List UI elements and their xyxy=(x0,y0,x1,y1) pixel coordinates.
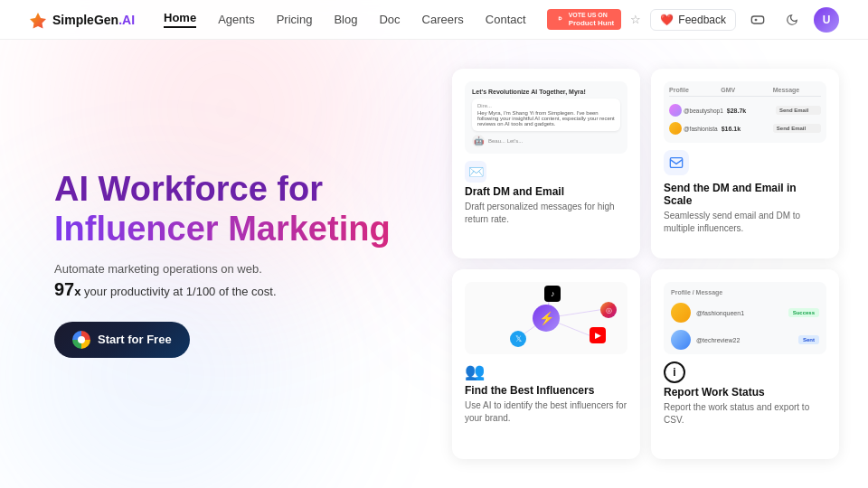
ph-text: VOTE US ON Product Hunt xyxy=(569,12,615,28)
card-influencers-desc: Use AI to identify the best influencers … xyxy=(465,399,627,425)
nav-right-actions: VOTE US ON Product Hunt ☆ ❤️ Feedback U xyxy=(547,7,839,33)
feedback-button[interactable]: ❤️ Feedback xyxy=(650,9,736,31)
email-table-row-1: @beautyshop1 $28.7k Send Email xyxy=(669,101,821,119)
nav-careers[interactable]: Careers xyxy=(422,13,464,26)
email-table-preview: Profile GMV Message @beautyshop1 $28.7k … xyxy=(664,81,826,143)
status-sent: Sent xyxy=(798,335,819,344)
svg-point-1 xyxy=(559,18,561,20)
nav-links: Home Agents Pricing Blog Doc Careers Con… xyxy=(164,11,547,28)
dm-card-icon: ✉️ xyxy=(465,161,486,183)
ph-logo-icon xyxy=(554,14,565,24)
hero-title: AI Workforce for Influencer Marketing xyxy=(54,170,416,249)
card-report-status: Profile / Message @fashionqueen1 Success… xyxy=(651,269,839,459)
svg-rect-2 xyxy=(751,16,763,23)
report-avatar-1 xyxy=(671,303,691,323)
influencer-avatar-1 xyxy=(669,104,682,117)
card-report-desc: Report the work status and export to CSV… xyxy=(664,401,826,427)
star-icon[interactable]: ☆ xyxy=(630,13,641,26)
svg-rect-3 xyxy=(670,158,682,168)
instagram-node: ◎ xyxy=(600,302,617,318)
nav-contact[interactable]: Contact xyxy=(486,13,526,26)
chrome-icon xyxy=(72,331,90,349)
influencer-avatar-2 xyxy=(669,122,682,135)
influencer-network-viz: ⚡ ♪ ◎ ▶ 𝕏 xyxy=(465,282,627,354)
tiktok-node: ♪ xyxy=(544,286,561,302)
report-preview: Profile / Message @fashionqueen1 Success… xyxy=(664,282,826,354)
metric-text: your productivity at 1/100 of the cost. xyxy=(80,285,276,298)
card-send-email: Profile GMV Message @beautyshop1 $28.7k … xyxy=(651,69,839,258)
email-table-header: Profile GMV Message xyxy=(669,87,821,97)
card-dm-title: Draft DM and Email xyxy=(465,185,627,198)
card-dm-desc: Draft personalized messages for high ret… xyxy=(465,201,627,226)
product-hunt-badge[interactable]: VOTE US ON Product Hunt xyxy=(547,9,622,31)
nav-agents[interactable]: Agents xyxy=(218,13,254,26)
dm-chat-title: Let's Revolutionize AI Together, Myra! xyxy=(472,89,620,95)
send-email-btn-2[interactable]: Send Email xyxy=(773,124,821,133)
influencer-card-icon: 👥 xyxy=(465,361,485,381)
moon-icon[interactable] xyxy=(779,7,805,33)
hero-title-line1: AI Workforce for xyxy=(54,170,416,210)
user-avatar[interactable]: U xyxy=(814,7,839,33)
card-find-influencers: ⚡ ♪ ◎ ▶ 𝕏 👥 Find the Best Influencers Us… xyxy=(452,269,640,459)
nav-doc[interactable]: Doc xyxy=(379,13,400,26)
report-avatar-2 xyxy=(671,330,691,350)
send-email-btn-1[interactable]: Send Email xyxy=(776,106,821,115)
ai-icon-small: 🤖 xyxy=(472,135,485,147)
metric-number: 97 xyxy=(54,279,74,299)
nav-pricing[interactable]: Pricing xyxy=(277,13,313,26)
main-content: AI Workforce for Influencer Marketing Au… xyxy=(0,40,868,488)
report-card-icon: i xyxy=(664,361,685,383)
card-report-title: Report Work Status xyxy=(664,386,826,399)
hero-metric: 97x your productivity at 1/100 of the co… xyxy=(54,279,416,300)
card-draft-dm: Let's Revolutionize AI Together, Myra! D… xyxy=(452,69,640,258)
feature-cards: Let's Revolutionize AI Together, Myra! D… xyxy=(434,40,868,488)
navbar: SimpleGen.AI Home Agents Pricing Blog Do… xyxy=(0,0,868,40)
email-table-row-2: @fashionista $16.1k Send Email xyxy=(669,119,821,137)
logo[interactable]: SimpleGen.AI xyxy=(29,11,135,29)
network-center-node: ⚡ xyxy=(533,305,560,332)
heart-icon: ❤️ xyxy=(660,14,674,26)
hero-section: AI Workforce for Influencer Marketing Au… xyxy=(54,40,434,488)
hero-subtitle: Automate marketing operations on web. xyxy=(54,262,416,276)
card-email-desc: Seamlessly send email and DM to multiple… xyxy=(664,210,826,235)
game-controller-icon[interactable] xyxy=(745,7,770,33)
email-card-icon xyxy=(664,150,689,175)
feedback-label: Feedback xyxy=(678,14,726,26)
youtube-node: ▶ xyxy=(590,327,606,343)
dm-preview: Let's Revolutionize AI Together, Myra! D… xyxy=(465,81,627,154)
brand-name: SimpleGen.AI xyxy=(52,13,135,27)
report-row-1: @fashionqueen1 Success xyxy=(671,299,819,326)
hero-title-line2: Influencer Marketing xyxy=(54,210,416,249)
card-email-title: Send the DM and Email in Scale xyxy=(664,182,826,207)
cta-label: Start for Free xyxy=(98,333,172,346)
nav-home[interactable]: Home xyxy=(164,11,196,28)
report-row-2: @techreview22 Sent xyxy=(671,326,819,353)
dm-bubble-1: Dire... Hey Myra, I'm Shang Yi from Simp… xyxy=(472,99,620,131)
nav-blog[interactable]: Blog xyxy=(334,13,357,26)
start-free-button[interactable]: Start for Free xyxy=(54,322,190,358)
status-success: Success xyxy=(788,308,819,317)
card-influencers-title: Find the Best Influencers xyxy=(465,384,627,397)
logo-icon xyxy=(29,11,47,29)
